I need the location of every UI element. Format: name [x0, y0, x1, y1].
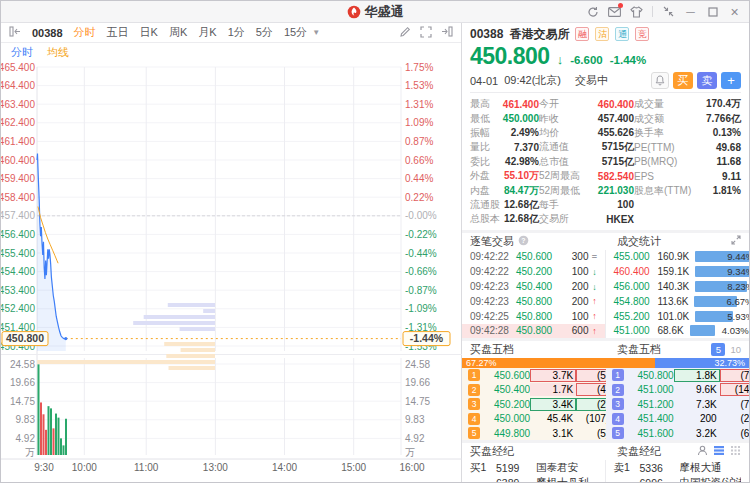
- svg-text:0.87%: 0.87%: [405, 136, 433, 147]
- stock-attr-badge: 融: [575, 27, 589, 41]
- svg-text:19.66: 19.66: [405, 377, 430, 388]
- svg-text:-0.87%: -0.87%: [405, 285, 437, 296]
- bid-levels[interactable]: 1 450.600 3.7K (5) 2 450.400 1.7K (4): [462, 368, 606, 440]
- stats-row: 最低 450.000 昨收 457.400 成交额 7.766亿: [470, 111, 741, 125]
- tick-trade-row: 09:42:23 450.800 200 ↑: [462, 294, 605, 309]
- trade-stats-list[interactable]: 455.000 160.9K 9.44% 460.400 159.1K: [606, 250, 750, 339]
- alert-bell-button[interactable]: [651, 72, 669, 89]
- svg-text:454.400: 454.400: [1, 266, 35, 277]
- broker-section: 买盘经纪 卖盘经纪 买1 5199 国泰君安: [462, 443, 749, 483]
- svg-text:14.75: 14.75: [10, 396, 35, 407]
- refresh-icon[interactable]: [586, 5, 599, 18]
- mail-icon[interactable]: [608, 5, 621, 18]
- ask-levels[interactable]: 1 450.800 1.8K (7) 2 451.000 9.6K (14): [606, 368, 750, 440]
- app-window: 华盛通 ─ × 00388 分时 五日 日K: [0, 0, 750, 483]
- collapse-window-icon[interactable]: [662, 5, 675, 18]
- ask-levels-title: 卖盘五档: [617, 342, 661, 357]
- stats-row: 总股本 12.68亿 交易所 HKEX: [470, 212, 741, 226]
- chart-period-tab[interactable]: 分时: [74, 25, 96, 40]
- sell-button[interactable]: 卖: [697, 72, 717, 89]
- tick-trade-row: 09:42:22 450.600 300 =: [462, 250, 605, 265]
- stats-row: 外盘 55.10万 52周最高 582.540 EPS 9.11: [470, 169, 741, 183]
- chart-period-tab[interactable]: 日K: [140, 25, 158, 40]
- stock-attr-badge: 竞: [635, 27, 649, 41]
- trade-stats-row: 456.000 140.3K 8.23%: [606, 279, 750, 294]
- bid-broker-list[interactable]: 买1 5199 国泰君安 6389 摩根士丹利: [462, 460, 606, 483]
- chart-toolbar: 00388 分时 五日 日K 周K 月K 1分 5分 15分: [1, 23, 461, 43]
- bid-level-row: 1 450.600 3.7K (5): [462, 368, 606, 382]
- price-down-arrow-icon: ↓: [557, 52, 564, 67]
- svg-text:459.400: 459.400: [1, 173, 35, 184]
- stats-row: 委比 42.98% 总市值 5715亿 PB(MRQ) 11.68: [470, 155, 741, 169]
- svg-text:-0.22%: -0.22%: [405, 229, 437, 240]
- tick-direction-icon: =: [589, 252, 601, 262]
- list-view-icon[interactable]: [713, 445, 725, 458]
- tick-trade-list[interactable]: 09:42:22 450.600 300 = 09:42:22 450.200 …: [462, 250, 606, 339]
- intraday-chart[interactable]: 465.4001.75%464.4001.53%463.4001.31%462.…: [1, 43, 462, 483]
- svg-text:456.400: 456.400: [1, 229, 35, 240]
- add-watchlist-button[interactable]: +: [721, 72, 741, 89]
- expand-icon[interactable]: [731, 235, 741, 247]
- maximize-icon[interactable]: [706, 5, 719, 18]
- stock-name: 香港交易所: [509, 26, 569, 43]
- ten-levels-toggle[interactable]: 10: [730, 344, 741, 355]
- ask-brokers-title: 卖盘经纪: [617, 444, 661, 459]
- grid-view-icon[interactable]: [730, 445, 741, 458]
- svg-text:9.83: 9.83: [16, 414, 36, 425]
- trade-stats-row: 455.200 101.0K 5.93%: [606, 309, 750, 324]
- svg-text:?: ?: [521, 237, 525, 244]
- trade-stats-title: 成交统计: [617, 234, 661, 249]
- svg-text:24.58: 24.58: [405, 359, 430, 370]
- chart-period-tab[interactable]: 五日: [107, 25, 129, 40]
- trade-stats-row: 451.000 68.6K 4.03%: [606, 324, 750, 339]
- svg-text:465.400: 465.400: [1, 62, 35, 73]
- legend-price-line[interactable]: 分时: [11, 45, 33, 60]
- chart-period-tab[interactable]: 周K: [169, 25, 187, 40]
- svg-text:9:30: 9:30: [34, 462, 54, 473]
- tick-trade-row: 09:42:23 450.400 200 ↓: [462, 279, 605, 294]
- chart-period-tab[interactable]: 15分: [284, 25, 307, 40]
- broker-row: 6996 中国投资(沪港: [606, 475, 750, 483]
- panel-left-toggle-icon[interactable]: [9, 26, 21, 39]
- quote-date: 04-01: [470, 75, 498, 87]
- help-icon[interactable]: ?: [518, 235, 529, 248]
- draw-tool-icon[interactable]: [399, 26, 411, 40]
- broker-row: 6389 摩根士丹利: [462, 475, 605, 483]
- five-levels-toggle[interactable]: 5: [711, 343, 725, 356]
- panel-right-toggle-icon[interactable]: [441, 26, 453, 39]
- volume-ratio-bar: 6.67%: [694, 296, 749, 307]
- bid-level-row: 4 450.000 45.4K (107): [462, 411, 606, 425]
- volume-ratio-bar: 4.03%: [690, 325, 749, 336]
- buy-button[interactable]: 买: [673, 72, 693, 89]
- svg-text:24.58: 24.58: [10, 359, 35, 370]
- chart-period-tab[interactable]: 1分: [228, 25, 245, 40]
- ask-broker-list[interactable]: 卖1 5336 摩根大通 6996 中国投资(沪港: [606, 460, 750, 483]
- volume-ratio-bar: 8.23%: [695, 281, 749, 292]
- fullscreen-icon[interactable]: [420, 26, 432, 40]
- stock-code: 00388: [470, 27, 503, 41]
- svg-text:0.44%: 0.44%: [405, 173, 433, 184]
- theme-skin-icon[interactable]: [630, 5, 643, 18]
- minimize-icon[interactable]: ─: [684, 5, 697, 18]
- chevron-down-icon[interactable]: ▼: [312, 28, 320, 37]
- person-icon[interactable]: [697, 445, 708, 458]
- stock-attr-badge: 通: [615, 27, 629, 41]
- svg-text:4.92: 4.92: [16, 433, 36, 444]
- legend-avg-line[interactable]: 均线: [47, 45, 69, 60]
- tick-trade-row: 09:42:28 450.800 600 ↑: [462, 324, 605, 339]
- svg-text:450.800: 450.800: [6, 332, 44, 344]
- tick-trade-section: 逐笔交易 ? 成交统计 09:42:22 450.600 300 =: [462, 233, 749, 342]
- svg-text:万: 万: [25, 447, 35, 458]
- stats-row: 内盘 84.47万 52周最低 221.030 股息率(TTM) 1.81%: [470, 183, 741, 197]
- tick-direction-icon: ↑: [589, 311, 601, 321]
- svg-text:万: 万: [405, 447, 415, 458]
- app-title: 华盛通: [365, 3, 404, 21]
- chart-period-tab[interactable]: 5分: [256, 25, 273, 40]
- svg-text:-1.44%: -1.44%: [410, 332, 444, 344]
- trade-stats-row: 454.800 113.6K 6.67%: [606, 294, 750, 309]
- svg-text:1.53%: 1.53%: [405, 80, 433, 91]
- svg-text:-1.09%: -1.09%: [405, 303, 437, 314]
- chart-period-tab[interactable]: 月K: [198, 25, 216, 40]
- close-icon[interactable]: ×: [728, 5, 741, 18]
- svg-text:461.400: 461.400: [1, 136, 35, 147]
